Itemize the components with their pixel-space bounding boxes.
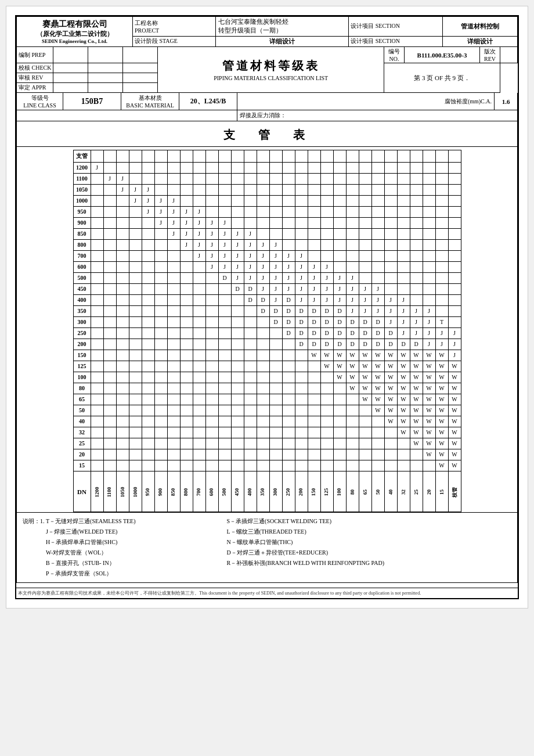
cell-empty bbox=[269, 427, 282, 438]
cell-empty bbox=[218, 394, 231, 405]
cell-empty bbox=[218, 163, 231, 174]
branch-header: 支管 bbox=[73, 150, 91, 163]
cell-value: D bbox=[244, 284, 257, 295]
cell-empty bbox=[244, 394, 257, 405]
cell-empty bbox=[154, 449, 167, 460]
cell-empty bbox=[116, 284, 129, 295]
cell-value: W bbox=[448, 449, 461, 460]
cell-empty bbox=[308, 427, 320, 438]
table-row: 25WWWW bbox=[73, 438, 461, 449]
cell-empty bbox=[308, 416, 320, 427]
cell-value: W bbox=[371, 405, 384, 416]
cell-empty bbox=[397, 196, 410, 207]
cell-empty bbox=[410, 207, 423, 218]
legend-item-3-right: N－螺纹单承口管箍(THC) bbox=[226, 537, 511, 548]
dn-col-label: 250 bbox=[282, 471, 295, 512]
cell-empty bbox=[397, 240, 410, 251]
cell-empty bbox=[167, 174, 180, 185]
cell-value: J bbox=[205, 240, 218, 251]
cell-value: D bbox=[320, 339, 333, 350]
cell-empty bbox=[142, 317, 154, 328]
cell-empty bbox=[244, 218, 257, 229]
row-label: 300 bbox=[73, 317, 91, 328]
cell-value: J bbox=[295, 284, 308, 295]
cell-empty bbox=[282, 438, 295, 449]
cell-value: W bbox=[423, 383, 435, 394]
company-info: 赛鼎工程有限公司 （原化学工业第二设计院） SEDIN Engineering … bbox=[17, 17, 133, 47]
cell-empty bbox=[333, 427, 346, 438]
cell-value: J bbox=[435, 328, 448, 339]
cell-empty bbox=[308, 207, 320, 218]
dn-col-label: 600 bbox=[205, 471, 218, 512]
cell-empty bbox=[346, 394, 359, 405]
cell-empty bbox=[91, 218, 103, 229]
cell-empty bbox=[91, 251, 103, 262]
cell-empty bbox=[154, 284, 167, 295]
cell-empty bbox=[333, 383, 346, 394]
cell-empty bbox=[167, 240, 180, 251]
cell-empty bbox=[244, 427, 257, 438]
cell-empty bbox=[142, 416, 154, 427]
cell-value: J bbox=[269, 240, 282, 251]
cell-empty bbox=[142, 383, 154, 394]
cell-value: D bbox=[371, 339, 384, 350]
cell-empty bbox=[371, 229, 384, 240]
cell-empty bbox=[91, 383, 103, 394]
cell-empty bbox=[129, 405, 142, 416]
cell-empty bbox=[308, 185, 320, 196]
cell-empty bbox=[257, 229, 269, 240]
cell-empty bbox=[282, 196, 295, 207]
row-label: 250 bbox=[73, 328, 91, 339]
audit-label: 审核 REV bbox=[17, 73, 53, 83]
cell-empty bbox=[91, 262, 103, 273]
cell-value: W bbox=[384, 416, 397, 427]
cell-value: D bbox=[333, 339, 346, 350]
cell-empty bbox=[167, 284, 180, 295]
cell-empty bbox=[205, 295, 218, 306]
cell-empty bbox=[154, 350, 167, 361]
row-label: 32 bbox=[73, 427, 91, 438]
cell-value: J bbox=[397, 295, 410, 306]
cell-value: W bbox=[448, 460, 461, 471]
cell-empty bbox=[103, 383, 116, 394]
cell-value: J bbox=[205, 229, 218, 240]
cell-empty bbox=[320, 229, 333, 240]
cell-empty bbox=[231, 372, 244, 383]
dn-col-label: 200 bbox=[295, 471, 308, 512]
cell-empty bbox=[129, 207, 142, 218]
cell-value: J bbox=[346, 273, 359, 284]
company-name-cn: 赛鼎工程有限公司 bbox=[19, 19, 130, 30]
row-label: 400 bbox=[73, 295, 91, 306]
cell-empty bbox=[103, 416, 116, 427]
cell-empty bbox=[103, 317, 116, 328]
cell-empty bbox=[167, 185, 180, 196]
legend-section: 说明：1. T－无缝对焊三通(SEAMLESS TEE) S－承插焊三通(SOC… bbox=[16, 512, 518, 583]
cell-value: D bbox=[384, 328, 397, 339]
cell-empty bbox=[384, 460, 397, 471]
cell-value: J bbox=[218, 262, 231, 273]
cell-empty bbox=[154, 251, 167, 262]
cell-empty bbox=[269, 185, 282, 196]
cell-empty bbox=[423, 460, 435, 471]
cell-empty bbox=[397, 273, 410, 284]
cell-empty bbox=[91, 317, 103, 328]
cell-empty bbox=[167, 394, 180, 405]
cell-empty bbox=[384, 196, 397, 207]
cell-value: J bbox=[295, 251, 308, 262]
cell-empty bbox=[397, 262, 410, 273]
cell-empty bbox=[346, 262, 359, 273]
cell-empty bbox=[384, 163, 397, 174]
cell-empty bbox=[91, 196, 103, 207]
cell-empty bbox=[142, 449, 154, 460]
cell-empty bbox=[142, 394, 154, 405]
material-value: 20、L245/B bbox=[179, 93, 237, 110]
cell-empty bbox=[359, 185, 371, 196]
cell-empty bbox=[308, 229, 320, 240]
cell-empty bbox=[282, 174, 295, 185]
cell-empty bbox=[295, 207, 308, 218]
cell-empty bbox=[205, 174, 218, 185]
cell-empty bbox=[167, 339, 180, 350]
cell-value: J bbox=[384, 317, 397, 328]
cell-empty bbox=[218, 405, 231, 416]
cell-empty bbox=[154, 185, 167, 196]
